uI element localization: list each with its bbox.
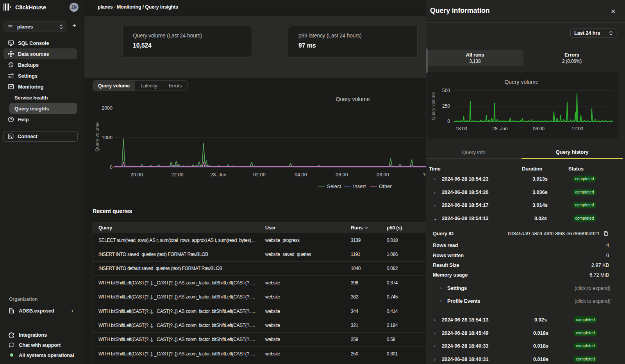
svg-text:22:00: 22:00: [171, 172, 183, 178]
svg-text:Select: Select: [327, 183, 341, 189]
svg-text:Query volume: Query volume: [431, 92, 436, 120]
svg-text:0: 0: [447, 119, 450, 124]
svg-text:28. Jun: 28. Jun: [492, 126, 507, 131]
svg-text:Insert: Insert: [353, 183, 366, 189]
svg-text:08:00: 08:00: [377, 172, 389, 178]
svg-text:0: 0: [110, 165, 112, 170]
svg-text:250: 250: [442, 103, 450, 109]
svg-text:Query volume: Query volume: [504, 79, 538, 85]
svg-text:Other: Other: [379, 183, 392, 189]
svg-text:Query volume: Query volume: [336, 96, 370, 102]
svg-text:1000: 1000: [102, 135, 112, 140]
svg-text:20:00: 20:00: [130, 172, 143, 178]
svg-text:2000: 2000: [102, 105, 112, 111]
svg-text:18:00: 18:00: [455, 126, 467, 131]
svg-text:02:00: 02:00: [253, 172, 265, 178]
svg-text:500: 500: [442, 88, 450, 93]
svg-text:Query volume: Query volume: [95, 122, 100, 151]
svg-text:06:00: 06:00: [533, 126, 545, 131]
svg-text:12:00: 12:00: [571, 126, 583, 131]
svg-text:06:00: 06:00: [336, 172, 348, 178]
svg-text:04:00: 04:00: [295, 172, 307, 178]
svg-text:28. Jun: 28. Jun: [210, 172, 226, 178]
svg-text:aws: aws: [8, 25, 12, 27]
